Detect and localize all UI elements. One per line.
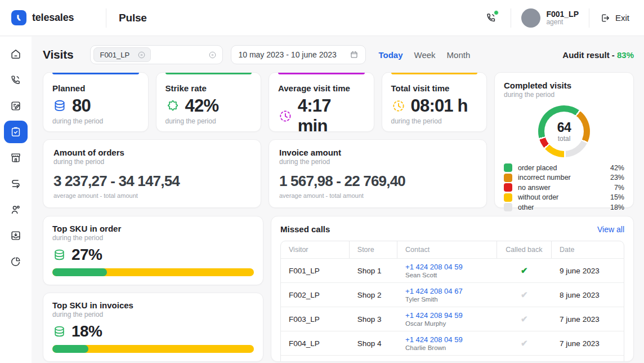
- card-title: Top SKU in order: [52, 224, 254, 233]
- sku-progress-fill: [52, 345, 88, 353]
- user-menu[interactable]: F001_LP agent: [521, 8, 579, 28]
- cell-date: 9 june 2023: [552, 258, 624, 282]
- clear-filter-icon[interactable]: [208, 51, 217, 59]
- sidebar-item-home[interactable]: [0, 41, 32, 67]
- app-logo-icon: [11, 10, 26, 25]
- amount-value: 1 567,98 - 22 769,40: [279, 172, 476, 190]
- stat-caption: during the period: [52, 117, 139, 125]
- donut-legend: order placed 42% incorrect number 23% no…: [504, 163, 624, 213]
- called-back-check-icon: ✔: [497, 282, 552, 307]
- column-header-called-back: Called back: [497, 241, 552, 258]
- sidebar-item-stores[interactable]: [0, 145, 32, 171]
- tab-month[interactable]: Month: [447, 50, 471, 60]
- clipboard-check-icon: [10, 126, 22, 138]
- legend-label: other: [518, 203, 534, 211]
- column-header-date: Date: [552, 241, 624, 258]
- cell-store: Shop 1: [350, 258, 397, 282]
- exit-icon: [600, 12, 611, 24]
- legend-item: without order 15%: [504, 193, 624, 203]
- table-row[interactable]: F003_LP Shop 3 +1 424 208 94 59Oscar Mur…: [281, 307, 624, 331]
- completed-visits-donut-chart: 64 total: [538, 105, 590, 157]
- sidebar-item-calls[interactable]: [0, 67, 32, 93]
- cell-visitor: F002_LP: [281, 282, 350, 307]
- tab-today[interactable]: Today: [378, 50, 402, 60]
- divider: [589, 8, 589, 28]
- clock-icon: [278, 109, 293, 123]
- stat-card-total-visit-time: Total visit time 08:01 h during the peri…: [382, 72, 488, 132]
- main-content: Visits F001_LP 10 may 2023 - 10 june 202…: [32, 36, 644, 363]
- legend-swatch: [504, 203, 512, 211]
- donut-total-label: total: [558, 135, 571, 143]
- legend-item: no answer 7%: [504, 183, 624, 193]
- chip-remove-icon[interactable]: [137, 51, 146, 59]
- legend-swatch: [504, 183, 512, 192]
- legend-label: order placed: [518, 164, 557, 172]
- called-back-check-icon: ✔: [497, 331, 552, 355]
- stat-caption: during the period: [391, 117, 478, 125]
- sidebar-item-routes[interactable]: [0, 171, 32, 197]
- phone-link[interactable]: +1 424 208 04 59: [405, 263, 489, 271]
- amount-of-orders-card: Amount of orders during the period 3 237…: [43, 139, 261, 208]
- user-name: F001_LP: [546, 10, 579, 19]
- contact-name: Tyler Smith: [405, 296, 489, 303]
- cell-visitor: F003_LP: [281, 307, 350, 331]
- database-icon: [52, 99, 67, 113]
- view-all-link[interactable]: View all: [597, 225, 624, 234]
- card-title: Invoice amount: [279, 148, 476, 157]
- phone-link[interactable]: +1 424 208 04 59: [405, 335, 489, 344]
- stat-value: 4:17 min: [298, 96, 365, 132]
- calls-status-button[interactable]: [481, 8, 500, 28]
- table-row[interactable]: F004_LP Shop 4 +1 424 208 04 59Charlie B…: [281, 331, 624, 355]
- sidebar-item-visits[interactable]: [0, 119, 32, 145]
- stat-title: Average visit time: [278, 83, 365, 93]
- cell-date: 7 june 2023: [552, 331, 624, 355]
- legend-swatch: [504, 174, 512, 182]
- exit-button[interactable]: Exit: [600, 12, 629, 24]
- table-row[interactable]: F002_LP Shop 2 +1 424 208 04 67Tyler Smi…: [281, 282, 624, 307]
- card-caption: during the period: [279, 158, 476, 166]
- active-pill: [4, 121, 28, 143]
- online-status-dot: [494, 10, 499, 15]
- filter-chip[interactable]: F001_LP: [93, 47, 151, 62]
- contact-name: Charlie Brown: [405, 344, 489, 351]
- stat-title: Planned: [52, 83, 139, 93]
- phone-link[interactable]: +1 424 203 04 51: [405, 360, 489, 362]
- phone-link[interactable]: +1 424 208 04 67: [405, 287, 489, 295]
- date-range-picker[interactable]: 10 may 2023 - 10 june 2023: [231, 45, 366, 64]
- stat-title: Strike rate: [166, 83, 252, 93]
- stat-card-average-visit-time: Average visit time 4:17 min during the p…: [269, 72, 374, 132]
- star-icon: [166, 99, 180, 113]
- column-header-contact: Contact: [397, 241, 497, 258]
- column-header-store: Store: [350, 241, 397, 258]
- table-row[interactable]: F001_LP Shop 1 +1 424 208 04 59Sean Scot…: [281, 258, 624, 282]
- phone-link[interactable]: +1 424 208 94 59: [405, 311, 489, 320]
- sidebar-item-reports[interactable]: [0, 249, 32, 275]
- period-tabs: Today Week Month: [378, 50, 470, 60]
- stat-caption: during the period: [166, 117, 252, 125]
- legend-swatch: [504, 163, 512, 172]
- contact-name: Sean Scott: [405, 272, 489, 278]
- sidebar-item-notes[interactable]: [0, 93, 32, 119]
- divider: [106, 8, 106, 28]
- legend-label: incorrect number: [518, 174, 571, 182]
- contact-name: Oscar Murphy: [405, 320, 489, 327]
- cell-store: Shop 4: [350, 331, 397, 355]
- legend-label: without order: [518, 193, 558, 201]
- cell-date: 6 june 2023: [552, 355, 624, 362]
- brand[interactable]: telesales: [11, 10, 106, 25]
- legend-value: 18%: [610, 203, 624, 211]
- visitor-filter-input[interactable]: F001_LP: [90, 45, 223, 64]
- legend-value: 15%: [610, 193, 624, 201]
- sidebar-item-clients[interactable]: [0, 197, 32, 223]
- calendar-icon: [350, 50, 359, 59]
- sku-value: 18%: [71, 322, 102, 340]
- legend-item: order placed 42%: [504, 163, 624, 173]
- sidebar-item-inbox[interactable]: [0, 223, 32, 249]
- legend-item: incorrect number 23%: [504, 173, 624, 183]
- card-caption: during the period: [504, 91, 624, 99]
- database-icon: [52, 325, 66, 339]
- table-row[interactable]: F005_LP Shop 5 +1 424 203 04 51 ✔ 6 june…: [281, 355, 624, 362]
- pie-chart-icon: [10, 255, 22, 268]
- cell-store: Shop 5: [350, 355, 397, 362]
- tab-week[interactable]: Week: [414, 50, 436, 60]
